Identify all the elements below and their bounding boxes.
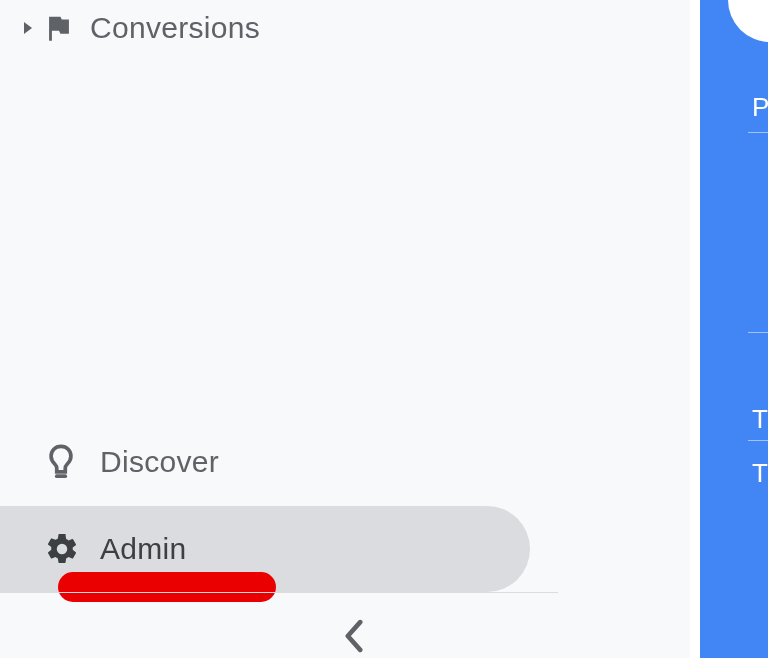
sidebar-item-label: Admin (100, 532, 187, 566)
avatar-circle (728, 0, 768, 42)
right-panel-label: T (752, 460, 768, 486)
right-panel-label: T (752, 406, 768, 432)
lightbulb-icon (44, 442, 100, 482)
divider (748, 332, 768, 333)
divider (0, 592, 558, 593)
divider (748, 440, 768, 441)
divider (748, 132, 768, 133)
gear-icon (44, 531, 100, 567)
flag-icon (42, 11, 90, 45)
sidebar-item-label: Discover (100, 445, 219, 479)
right-panel: P T T (700, 0, 768, 658)
right-panel-label: P (752, 94, 768, 120)
sidebar-item-conversions[interactable]: Conversions (0, 0, 550, 56)
sidebar-item-discover[interactable]: Discover (0, 434, 550, 490)
sidebar-item-label: Conversions (90, 11, 260, 45)
sidebar: Conversions Discover Admin (0, 0, 690, 658)
caret-right-icon[interactable] (14, 0, 42, 56)
annotation-underline (58, 572, 276, 602)
collapse-sidebar-button[interactable] (334, 616, 374, 656)
